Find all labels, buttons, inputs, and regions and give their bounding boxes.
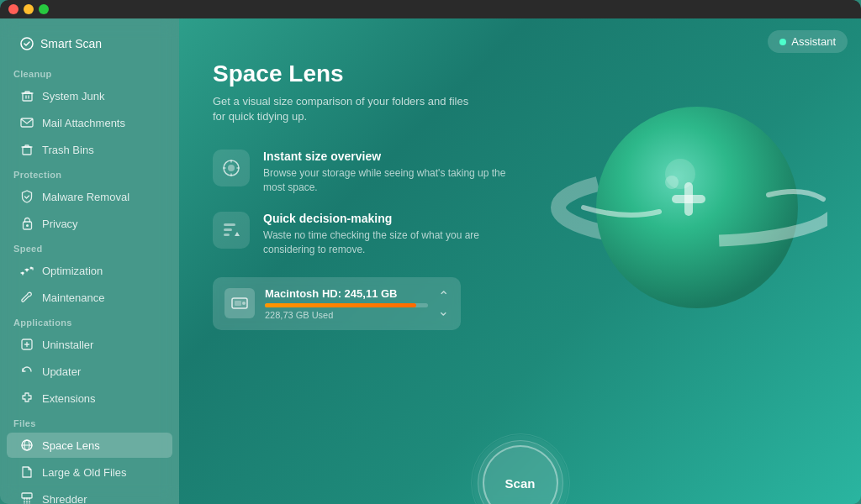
sidebar-item-shredder[interactable]: Shredder (7, 486, 172, 504)
space-lens-label: Space Lens (42, 439, 100, 452)
quick-decision-icon-wrap (213, 212, 250, 249)
sidebar-item-updater[interactable]: Updater (7, 359, 172, 384)
large-old-files-label: Large & Old Files (42, 466, 126, 479)
maximize-button[interactable] (39, 4, 49, 14)
traffic-lights (8, 4, 49, 14)
chevron-updown-icon: ⌃ ⌃ (438, 290, 449, 317)
svg-rect-26 (235, 301, 241, 306)
privacy-icon (20, 217, 34, 230)
disk-icon (224, 288, 255, 318)
svg-point-5 (26, 224, 29, 227)
space-lens-icon (20, 438, 34, 452)
sidebar-item-space-lens[interactable]: Space Lens (7, 433, 172, 458)
sidebar-item-maintenance[interactable]: Maintenance (7, 285, 172, 310)
privacy-label: Privacy (42, 218, 78, 230)
feature-instant-size: Instant size overview Browse your storag… (213, 150, 524, 195)
speed-section-label: Speed (0, 237, 179, 257)
disk-info: Macintosh HD: 245,11 GB 228,73 GB Used (265, 287, 428, 320)
maintenance-icon (20, 291, 34, 304)
disk-name: Macintosh HD: 245,11 GB (265, 287, 428, 300)
sidebar-item-large-old-files[interactable]: Large & Old Files (7, 459, 172, 485)
page-title: Space Lens (213, 60, 827, 87)
main-panel: Assistant (179, 18, 861, 504)
updater-icon (20, 365, 34, 378)
protection-section-label: Protection (0, 163, 179, 183)
optimization-label: Optimization (42, 265, 103, 277)
sidebar-item-malware-removal[interactable]: Malware Removal (7, 184, 172, 209)
sidebar-item-trash-bins[interactable]: Trash Bins (7, 137, 172, 162)
shredder-icon (20, 492, 34, 504)
svg-rect-3 (23, 147, 31, 155)
feature-quick-decision: Quick decision-making Waste no time chec… (213, 212, 524, 257)
updater-label: Updater (42, 365, 81, 378)
malware-removal-label: Malware Removal (42, 191, 129, 203)
smart-scan-button[interactable]: Smart Scan (7, 29, 172, 59)
sidebar-item-extensions[interactable]: Extensions (7, 386, 172, 411)
sidebar-item-privacy[interactable]: Privacy (7, 211, 172, 236)
sidebar-item-mail-attachments[interactable]: Mail Attachments (7, 110, 172, 135)
feature-instant-size-text: Instant size overview Browse your storag… (263, 150, 524, 195)
close-button[interactable] (8, 4, 18, 14)
instant-size-icon-wrap (213, 150, 250, 186)
sidebar: Smart Scan Cleanup System Junk (0, 18, 179, 504)
page-subtitle: Get a visual size comparison of your fol… (213, 94, 482, 124)
files-section-label: Files (0, 412, 179, 432)
trash-icon (20, 143, 34, 156)
svg-rect-1 (23, 93, 32, 101)
disk-selector[interactable]: Macintosh HD: 245,11 GB 228,73 GB Used ⌃… (213, 277, 461, 330)
mail-attachments-label: Mail Attachments (42, 117, 125, 129)
malware-icon (20, 190, 34, 203)
system-junk-icon (20, 89, 34, 102)
svg-point-27 (242, 302, 246, 305)
large-files-icon (20, 465, 34, 479)
title-bar (0, 0, 861, 18)
quick-decision-desc: Waste no time checking the size of what … (263, 228, 524, 257)
sidebar-item-optimization[interactable]: Optimization (7, 258, 172, 283)
feature-quick-decision-text: Quick decision-making Waste no time chec… (263, 212, 524, 257)
svg-point-6 (22, 272, 24, 275)
instant-size-title: Instant size overview (263, 150, 524, 163)
svg-point-8 (30, 267, 33, 270)
uninstaller-label: Uninstaller (42, 339, 93, 351)
optimization-icon (20, 264, 34, 277)
svg-rect-24 (224, 234, 230, 236)
scan-button-wrap: Scan (483, 428, 558, 504)
scan-button-label: Scan (505, 476, 536, 491)
smart-scan-label: Smart Scan (40, 37, 102, 50)
minimize-button[interactable] (24, 4, 34, 14)
app-window: Smart Scan Cleanup System Junk (0, 0, 861, 504)
shredder-label: Shredder (42, 493, 87, 505)
uninstaller-icon (20, 338, 34, 351)
disk-used: 228,73 GB Used (265, 310, 428, 320)
sidebar-item-uninstaller[interactable]: Uninstaller (7, 332, 172, 357)
instant-size-desc: Browse your storage while seeing what's … (263, 166, 524, 195)
maintenance-label: Maintenance (42, 291, 104, 304)
feature-list: Instant size overview Browse your storag… (213, 150, 524, 256)
extensions-label: Extensions (42, 392, 96, 405)
system-junk-label: System Junk (42, 90, 104, 102)
smart-scan-icon (20, 37, 34, 50)
disk-bar-fill (265, 303, 416, 307)
applications-section-label: Applications (0, 311, 179, 331)
cleanup-section-label: Cleanup (0, 62, 179, 82)
disk-bar-wrap (265, 303, 428, 307)
svg-rect-23 (224, 228, 232, 231)
scan-button[interactable]: Scan (483, 445, 558, 504)
trash-bins-label: Trash Bins (42, 144, 94, 156)
extensions-icon (20, 391, 34, 405)
sidebar-item-system-junk[interactable]: System Junk (7, 83, 172, 108)
svg-point-21 (228, 165, 235, 171)
mail-icon (20, 116, 34, 129)
svg-rect-12 (22, 493, 32, 498)
main-content: Smart Scan Cleanup System Junk (0, 18, 861, 504)
svg-point-7 (26, 269, 29, 271)
svg-rect-22 (224, 223, 235, 226)
quick-decision-title: Quick decision-making (263, 212, 524, 225)
